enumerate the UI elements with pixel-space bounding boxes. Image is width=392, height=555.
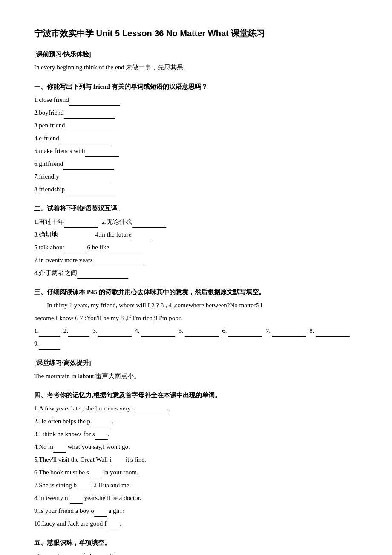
list-item: 9.Is your friend a boy o a girl? [34,505,358,517]
class-quote: The mountain in labour.雷声大雨点小。 [34,370,358,382]
blank-field[interactable] [94,509,107,517]
blank-9: 9. [34,338,358,350]
part4-header: 四、考考你的记忆力,根据句意及首字母补全在本课中出现的单词。 [34,390,358,401]
blank-field[interactable] [272,329,306,337]
part3-section: 三、仔细阅读课本 P45 的诗歌并用心去体味其中的意境，然后根据原文默写填空。 … [34,286,358,350]
list-item: 5.make friends with [34,145,358,157]
blank-field[interactable] [132,220,166,228]
blank-field[interactable] [109,246,143,253]
blank-field[interactable] [64,111,115,119]
blank-field[interactable] [228,329,262,337]
class-section: [课堂练习·高效提升] The mountain in labour.雷声大雨点… [34,357,358,382]
blanks-row: 1. 2. 3. 4. 5. 6. 7. 8. [34,325,358,337]
blank-field[interactable] [98,329,132,337]
blank-field[interactable] [141,329,175,337]
list-item: 4.No m what you say,I won't go. [34,441,358,453]
list-item: 8.In twenty m years,he'll be a doctor. [34,492,358,504]
blank-field[interactable] [70,496,83,504]
list-item: 8.介于两者之间 [34,267,358,279]
list-item: 10.Lucy and Jack are good f. [34,518,358,529]
blank-field[interactable] [107,522,119,529]
list-item: 8.friendship [34,184,358,195]
blank-field[interactable] [65,124,116,131]
preview-quote: In every beginning think of the end.未做一事… [34,62,358,73]
blank-field[interactable] [85,149,119,157]
part5-section: 五、慧眼识珠，单项填空。 1. does your father work? -… [34,537,358,555]
blank-field[interactable] [89,471,102,478]
preview-section: [课前预习·快乐体验] In every beginning think of … [34,49,358,73]
blank-field[interactable] [59,136,110,144]
list-item: 2.He often helps the p. [34,416,358,427]
blank-field[interactable] [39,342,60,350]
preview-header: [课前预习·快乐体验] [34,49,358,60]
list-item: 1.close friend [34,94,358,106]
list-item: 3.pen friend [34,120,358,131]
blank-field[interactable] [316,329,350,337]
list-item: 4.e-friend [34,133,358,144]
list-item: 7.friendly [34,171,358,182]
part3-header: 三、仔细阅读课本 P45 的诗歌并用心去体味其中的意境，然后根据原文默写填空。 [34,286,358,298]
part5-q1: 1. does your father work? [34,550,358,555]
blank-field[interactable] [69,98,120,106]
part1-header: 一、你能写出下列与 friend 有关的单词或短语的汉语意思吗？ [34,81,358,92]
blank-field[interactable] [65,188,116,195]
list-item: 3.I think he knows for s. [34,428,358,440]
list-item: 5.They'll visit the Great Wall i it's fi… [34,454,358,465]
blank-field[interactable] [131,233,153,240]
blank-field[interactable] [90,419,112,427]
blank-field[interactable] [68,329,89,337]
blank-field[interactable] [185,329,219,337]
list-item: 1.再过十年 2.无论什么 [34,216,358,228]
part5-header: 五、慧眼识珠，单项填空。 [34,537,358,549]
part2-header: 二、试着将下列短语英汉互译。 [34,203,358,214]
list-item: 7.in twenty more years [34,254,358,266]
blank-field[interactable] [111,458,124,465]
class-header: [课堂练习·高效提升] [34,357,358,369]
list-item: 1.A few years later, she becomes very r. [34,403,358,414]
list-item: 5.talk about 6.be like [34,242,358,253]
blank-field[interactable] [58,233,92,240]
blank-field[interactable] [135,407,169,414]
page-title: 宁波市效实中学 Unit 5 Lesson 36 No Matter What … [34,26,358,41]
part4-section: 四、考考你的记忆力,根据句意及首字母补全在本课中出现的单词。 1.A few y… [34,390,358,529]
blank-field[interactable] [64,246,86,253]
list-item: 6.The book must be s in your room. [34,467,358,478]
blank-field[interactable] [63,162,114,170]
blank-field[interactable] [92,258,144,266]
blank-field[interactable] [39,329,60,337]
part2-section: 二、试着将下列短语英汉互译。 1.再过十年 2.无论什么 3.确切地 4.in … [34,203,358,279]
list-item: 3.确切地 4.in the future [34,229,358,240]
list-item: 7.She is sitting b Li Hua and me. [34,480,358,491]
blank-field[interactable] [59,175,110,182]
blank-field[interactable] [95,432,108,440]
poem-text: In thirty 1 years, my friend, where will… [47,300,358,311]
part1-section: 一、你能写出下列与 friend 有关的单词或短语的汉语意思吗？ 1.close… [34,81,358,195]
list-item: 2.boyfriend [34,107,358,119]
poem-text: become,I know 6 7 :You'll be my 8 ,If I'… [34,312,358,324]
list-item: 6.girlfriend [34,158,358,170]
blank-field[interactable] [64,220,98,228]
blank-field[interactable] [77,483,89,491]
blank-field[interactable] [53,445,66,453]
blank-field[interactable] [77,271,128,279]
